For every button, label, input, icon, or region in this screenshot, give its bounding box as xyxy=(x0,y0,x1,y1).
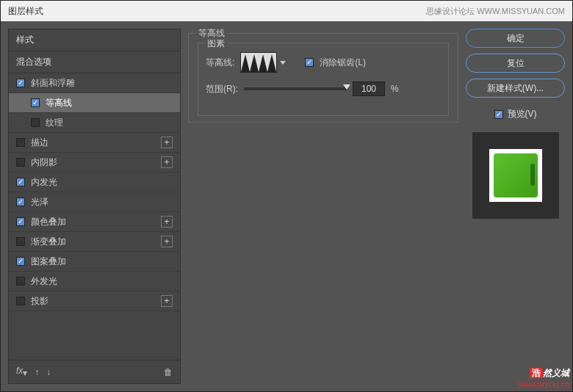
style-label: 图案叠加 xyxy=(31,255,173,268)
plus-icon[interactable]: + xyxy=(161,216,173,228)
style-label: 光泽 xyxy=(31,196,173,208)
style-label: 等高线 xyxy=(46,97,173,109)
reset-button[interactable]: 复位 xyxy=(466,54,565,73)
sidebar-item-2[interactable]: 纹理 xyxy=(9,113,180,133)
style-label: 颜色叠加 xyxy=(31,216,161,228)
contour-row: 等高线: 消除锯齿(L) xyxy=(206,52,441,73)
preview-toggle[interactable]: 预览(V) xyxy=(466,108,565,120)
style-checkbox[interactable] xyxy=(16,277,25,286)
contour-preview[interactable] xyxy=(240,52,277,73)
ok-button[interactable]: 确定 xyxy=(466,29,565,48)
new-style-button[interactable]: 新建样式(W)... xyxy=(466,79,565,98)
panel-body: 图素 等高线: 消除锯齿(L) 范围(R): xyxy=(188,33,458,123)
preview-box xyxy=(472,132,559,219)
titlebar-credit: 思缘设计论坛 WWW.MISSYUAN.COM xyxy=(426,6,565,17)
style-label: 斜面和浮雕 xyxy=(31,77,173,90)
style-label: 内阴影 xyxy=(31,156,161,169)
antialias-label: 消除锯齿(L) xyxy=(320,57,366,69)
sidebar-item-9[interactable]: 图案叠加 xyxy=(9,252,180,272)
style-checkbox[interactable] xyxy=(16,237,25,246)
watermark: 浩然义城 www.hryckj.cn xyxy=(518,365,569,388)
fx-label[interactable]: fx▾ xyxy=(16,366,27,378)
up-arrow-icon[interactable]: ↑ xyxy=(35,367,39,377)
plus-icon[interactable]: + xyxy=(161,156,173,168)
antialias-checkbox[interactable] xyxy=(305,58,314,67)
style-checkbox[interactable] xyxy=(16,79,25,87)
style-checkbox[interactable] xyxy=(16,217,25,226)
sidebar-item-8[interactable]: 渐变叠加+ xyxy=(9,232,180,252)
style-checkbox[interactable] xyxy=(31,118,40,127)
preview-label: 预览(V) xyxy=(508,108,537,120)
range-pct: % xyxy=(391,84,399,94)
style-label: 投影 xyxy=(31,295,161,308)
style-checkbox[interactable] xyxy=(16,138,25,147)
plus-icon[interactable]: + xyxy=(161,236,173,247)
range-label: 范围(R): xyxy=(206,83,238,95)
sidebar-item-10[interactable]: 外发光 xyxy=(9,272,180,291)
style-label: 渐变叠加 xyxy=(31,236,161,248)
titlebar: 图层样式 思缘设计论坛 WWW.MISSYUAN.COM xyxy=(1,1,572,21)
down-arrow-icon[interactable]: ↓ xyxy=(46,367,51,377)
watermark-line1: 浩然义城 xyxy=(518,365,569,380)
style-checkbox[interactable] xyxy=(31,98,40,107)
blending-options[interactable]: 混合选项 xyxy=(9,51,180,73)
style-checkbox[interactable] xyxy=(16,297,25,305)
style-checkbox[interactable] xyxy=(16,197,25,206)
range-input[interactable] xyxy=(353,81,385,96)
sidebar-item-6[interactable]: 光泽 xyxy=(9,192,180,212)
sidebar-item-0[interactable]: 斜面和浮雕 xyxy=(9,73,180,93)
style-label: 描边 xyxy=(31,137,161,149)
style-label: 纹理 xyxy=(46,117,173,129)
style-label: 内发光 xyxy=(31,176,173,189)
style-checkbox[interactable] xyxy=(16,257,25,266)
sidebar-header: 样式 xyxy=(9,29,180,51)
style-label: 外发光 xyxy=(31,275,173,288)
sidebar-footer: fx▾ ↑ ↓ 🗑 xyxy=(9,360,180,383)
trash-icon[interactable]: 🗑 xyxy=(164,367,173,377)
watermark-line2: www.hryckj.cn xyxy=(518,380,569,388)
styles-sidebar: 样式 混合选项 斜面和浮雕等高线纹理描边+内阴影+内发光光泽颜色叠加+渐变叠加+… xyxy=(8,29,181,384)
range-slider-thumb[interactable] xyxy=(343,84,350,90)
elements-fieldset: 图素 等高线: 消除锯齿(L) 范围(R): xyxy=(198,43,449,116)
preview-checkbox[interactable] xyxy=(494,110,503,119)
titlebar-title: 图层样式 xyxy=(8,5,43,18)
sidebar-item-11[interactable]: 投影+ xyxy=(9,291,180,311)
range-row: 范围(R): % xyxy=(206,81,441,96)
contour-label: 等高线: xyxy=(206,57,234,69)
center-panel: 等高线 图素 等高线: 消除锯齿(L) 范围(R): xyxy=(188,29,458,384)
style-checkbox[interactable] xyxy=(16,158,25,167)
styles-list: 斜面和浮雕等高线纹理描边+内阴影+内发光光泽颜色叠加+渐变叠加+图案叠加外发光投… xyxy=(9,73,180,360)
plus-icon[interactable]: + xyxy=(161,137,173,148)
contour-dropdown-icon[interactable] xyxy=(280,61,286,65)
sidebar-item-1[interactable]: 等高线 xyxy=(9,93,180,113)
sidebar-item-3[interactable]: 描边+ xyxy=(9,133,180,153)
right-column: 确定 复位 新建样式(W)... 预览(V) xyxy=(466,29,565,384)
main-content: 样式 混合选项 斜面和浮雕等高线纹理描边+内阴影+内发光光泽颜色叠加+渐变叠加+… xyxy=(1,21,572,391)
preview-swatch xyxy=(494,153,538,197)
range-slider[interactable] xyxy=(244,87,347,90)
plus-icon[interactable]: + xyxy=(161,295,173,307)
style-checkbox[interactable] xyxy=(16,178,25,186)
sidebar-item-7[interactable]: 颜色叠加+ xyxy=(9,212,180,232)
panel-title: 等高线 xyxy=(195,27,228,40)
preview-thumb xyxy=(489,149,542,202)
sidebar-item-4[interactable]: 内阴影+ xyxy=(9,153,180,173)
sidebar-item-5[interactable]: 内发光 xyxy=(9,173,180,192)
